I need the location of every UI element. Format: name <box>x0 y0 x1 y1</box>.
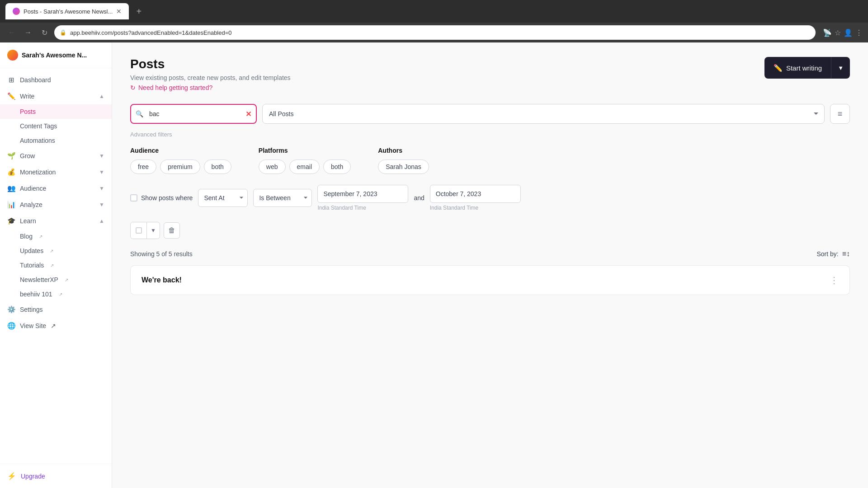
sidebar-item-label: Dashboard <box>20 76 51 84</box>
upgrade-icon: ⚡ <box>7 472 16 480</box>
start-date-col: India Standard Time <box>317 185 408 211</box>
site-name[interactable]: Sarah's Awesome N... <box>7 50 104 61</box>
refresh-button[interactable]: ↻ <box>38 26 51 39</box>
filter-icon-button[interactable]: ≡ <box>830 104 850 124</box>
monetization-icon: 💰 <box>7 168 15 176</box>
help-link[interactable]: ↻ Need help getting started? <box>130 84 291 91</box>
audience-label: Audience <box>130 147 231 154</box>
sent-at-select[interactable]: Sent At <box>198 189 248 207</box>
sidebar-item-updates[interactable]: Updates ↗ <box>0 244 112 258</box>
audience-filter-tags: free premium both <box>130 160 231 174</box>
platform-tag-both[interactable]: both <box>323 160 351 174</box>
start-writing-dropdown-arrow[interactable]: ▼ <box>831 57 850 79</box>
cast-icon[interactable]: 📡 <box>823 28 832 37</box>
new-tab-button[interactable]: + <box>132 5 145 18</box>
end-timezone-label: India Standard Time <box>430 205 521 211</box>
show-posts-where: Show posts where <box>130 194 193 202</box>
sidebar-item-blog[interactable]: Blog ↗ <box>0 229 112 244</box>
browser-tab[interactable]: Posts - Sarah's Awesome Newsl... ✕ <box>5 3 129 19</box>
search-input[interactable] <box>130 104 257 124</box>
action-row: ▼ 🗑 <box>130 222 850 239</box>
sidebar-nav: ⊞ Dashboard ✏️ Write ▲ Posts Content Tag… <box>0 68 112 464</box>
pencil-icon: ✏️ <box>774 64 783 72</box>
sort-icon[interactable]: ≡↕ <box>842 250 850 258</box>
sidebar-subitem-label: Content Tags <box>20 122 57 130</box>
bookmark-icon[interactable]: ☆ <box>835 28 841 37</box>
start-date-input[interactable] <box>317 185 408 203</box>
show-posts-checkbox[interactable] <box>130 194 137 202</box>
external-link-icon: ↗ <box>65 277 68 282</box>
profile-icon[interactable]: 👤 <box>844 28 853 37</box>
external-link-icon: ↗ <box>50 249 53 253</box>
grow-icon: 🌱 <box>7 152 15 160</box>
search-clear-button[interactable]: ✕ <box>245 110 251 118</box>
sidebar-item-monetization[interactable]: 💰 Monetization ▼ <box>0 164 112 180</box>
delete-button[interactable]: 🗑 <box>164 222 180 239</box>
sidebar-item-newsletterxp[interactable]: NewsletterXP ↗ <box>0 272 112 287</box>
sidebar-item-view-site[interactable]: 🌐 View Site ↗ <box>0 318 112 334</box>
results-count: Showing 5 of 5 results <box>130 250 193 258</box>
date-filter-row: Show posts where Sent At Is Between Indi… <box>130 185 850 211</box>
start-writing-main[interactable]: ✏️ Start writing <box>764 57 831 79</box>
sidebar-item-audience[interactable]: 👥 Audience ▼ <box>0 180 112 197</box>
show-posts-label: Show posts where <box>141 194 193 202</box>
back-button[interactable]: ← <box>5 26 18 39</box>
audience-tag-free[interactable]: free <box>130 160 156 174</box>
browser-chrome: Posts - Sarah's Awesome Newsl... ✕ + <box>0 0 868 23</box>
sidebar-header: Sarah's Awesome N... <box>0 42 112 68</box>
sidebar-item-grow[interactable]: 🌱 Grow ▼ <box>0 148 112 164</box>
select-dropdown-arrow[interactable]: ▼ <box>147 222 160 239</box>
dashboard-icon: ⊞ <box>7 76 15 84</box>
sidebar-item-automations[interactable]: Automations <box>0 133 112 148</box>
end-date-input[interactable] <box>430 185 521 203</box>
sidebar-subitem-label: Blog <box>20 233 33 240</box>
tab-title: Posts - Sarah's Awesome Newsl... <box>24 8 113 15</box>
sidebar-subitem-label: Automations <box>20 137 55 144</box>
site-favicon <box>7 50 18 61</box>
sidebar-item-label: Write <box>20 93 34 100</box>
start-writing-button[interactable]: ✏️ Start writing ▼ <box>764 57 850 79</box>
platforms-label: Platforms <box>259 147 351 154</box>
checkbox-icon <box>136 227 142 234</box>
sidebar-item-label: View Site <box>20 322 46 329</box>
forward-button[interactable]: → <box>22 26 34 39</box>
external-link-icon: ↗ <box>50 263 54 268</box>
sidebar-item-beehiiv101[interactable]: beehiiv 101 ↗ <box>0 287 112 301</box>
tab-close-button[interactable]: ✕ <box>116 8 122 15</box>
sidebar-item-content-tags[interactable]: Content Tags <box>0 119 112 133</box>
is-between-select[interactable]: Is Between <box>253 189 312 207</box>
post-card-menu-button[interactable]: ⋮ <box>830 275 839 286</box>
platform-tag-web[interactable]: web <box>259 160 286 174</box>
page-title-section: Posts View existing posts, create new po… <box>130 57 291 91</box>
sidebar-item-dashboard[interactable]: ⊞ Dashboard <box>0 72 112 88</box>
sidebar-item-posts[interactable]: Posts <box>0 104 112 119</box>
sidebar-item-tutorials[interactable]: Tutorials ↗ <box>0 258 112 272</box>
address-bar[interactable]: 🔒 app.beehiiv.com/posts?advancedEnabled=… <box>54 25 816 40</box>
menu-icon[interactable]: ⋮ <box>855 28 863 37</box>
browser-actions: 📡 ☆ 👤 ⋮ <box>823 28 863 37</box>
sidebar-item-learn[interactable]: 🎓 Learn ▲ <box>0 213 112 229</box>
audience-tag-premium[interactable]: premium <box>160 160 200 174</box>
upgrade-button[interactable]: ⚡ Upgrade <box>0 468 112 484</box>
check-dropdown: ▼ <box>130 222 160 239</box>
sidebar-item-analyze[interactable]: 📊 Analyze ▼ <box>0 197 112 213</box>
help-icon: ↻ <box>130 84 136 91</box>
author-tag-sarah-jonas[interactable]: Sarah Jonas <box>378 160 429 174</box>
page-subtitle: View existing posts, create new posts, a… <box>130 74 291 81</box>
sidebar-subitem-label: beehiiv 101 <box>20 291 52 298</box>
post-title: We're back! <box>142 276 822 284</box>
sidebar-item-label: Settings <box>20 306 43 313</box>
post-card[interactable]: We're back! ⋮ <box>130 265 850 295</box>
chevron-down-icon: ▼ <box>99 185 104 192</box>
sidebar-item-settings[interactable]: ⚙️ Settings <box>0 301 112 318</box>
authors-label: Authors <box>378 147 429 154</box>
sidebar-item-label: Audience <box>20 185 46 192</box>
post-filter-select[interactable]: All Posts Published Draft <box>262 104 825 124</box>
advanced-filters-label[interactable]: Advanced filters <box>130 131 850 138</box>
sidebar-item-write[interactable]: ✏️ Write ▲ <box>0 88 112 104</box>
settings-icon: ⚙️ <box>7 305 15 314</box>
select-all-checkbox-button[interactable] <box>131 222 147 239</box>
search-icon: 🔍 <box>136 110 143 117</box>
platform-tag-email[interactable]: email <box>289 160 320 174</box>
audience-tag-both[interactable]: both <box>204 160 231 174</box>
